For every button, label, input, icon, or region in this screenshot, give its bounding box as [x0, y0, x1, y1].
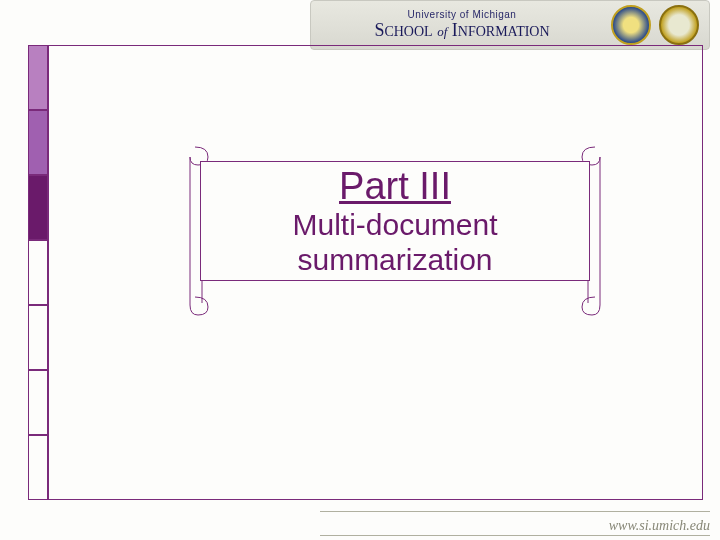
- school-seal-icon: [659, 5, 699, 45]
- sidebar-tab-1: [28, 45, 48, 110]
- header-banner: University of Michigan SCHOOL of INFORMA…: [310, 0, 710, 50]
- sidebar-tabs: [28, 45, 48, 500]
- sidebar-tab-4: [28, 240, 48, 305]
- scroll-content: Part III Multi-document summarization: [200, 161, 590, 281]
- sidebar-tab-3: [28, 175, 48, 240]
- footer-divider-bottom: [320, 535, 710, 536]
- university-name: University of Michigan: [321, 9, 603, 20]
- header-text-block: University of Michigan SCHOOL of INFORMA…: [321, 9, 603, 41]
- slide-subtitle: Multi-document summarization: [292, 208, 497, 277]
- sidebar-tab-2: [28, 110, 48, 175]
- slide-title: Part III: [339, 165, 451, 208]
- footer-divider-top: [320, 511, 710, 512]
- sidebar-tab-5: [28, 305, 48, 370]
- scroll-container: Part III Multi-document summarization: [180, 145, 610, 320]
- sidebar-tab-7: [28, 435, 48, 500]
- school-name: SCHOOL of INFORMATION: [321, 20, 603, 41]
- university-seal-icon: [611, 5, 651, 45]
- sidebar-tab-6: [28, 370, 48, 435]
- footer-url: www.si.umich.edu: [609, 518, 710, 534]
